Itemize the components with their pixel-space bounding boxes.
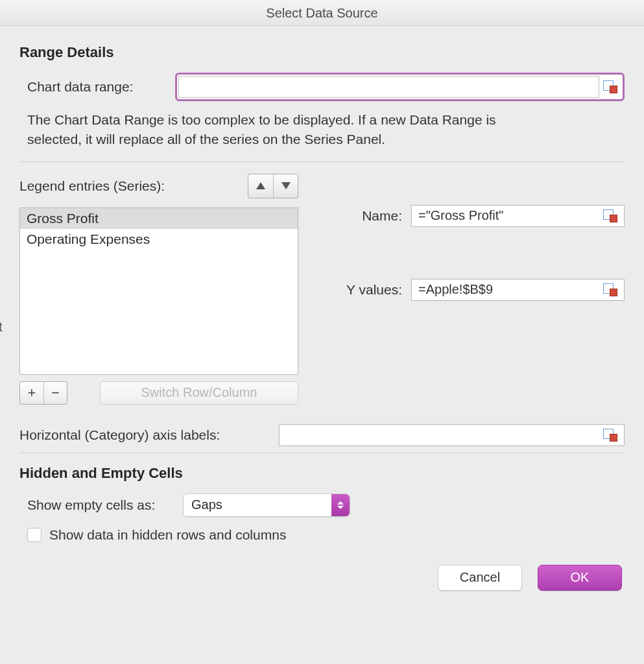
chart-data-range-input[interactable] <box>178 76 599 98</box>
series-list[interactable]: Gross Profit Operating Expenses <box>19 208 298 375</box>
series-name-input[interactable] <box>417 208 599 224</box>
arrow-down-icon <box>281 182 291 189</box>
chart-data-range-help: The Chart Data Range is too complex to b… <box>19 110 519 150</box>
series-name-label: Name: <box>331 208 402 224</box>
truncated-edge-text: t <box>0 320 3 335</box>
series-yvalues-label: Y values: <box>331 282 402 298</box>
legend-entries-label: Legend entries (Series): <box>19 178 248 194</box>
hidden-empty-heading: Hidden and Empty Cells <box>19 465 625 482</box>
series-yvalues-field[interactable] <box>411 279 625 301</box>
add-series-button[interactable]: + <box>20 382 43 404</box>
range-picker-icon[interactable] <box>603 80 617 93</box>
cancel-button[interactable]: Cancel <box>438 565 522 591</box>
range-details-heading: Range Details <box>19 44 625 61</box>
chart-data-range-field[interactable] <box>175 73 625 101</box>
list-item[interactable]: Gross Profit <box>20 208 298 229</box>
show-empty-cells-value: Gaps <box>191 497 222 512</box>
arrow-up-icon <box>256 182 265 189</box>
select-stepper-icon <box>331 494 350 516</box>
series-name-field[interactable] <box>411 205 625 227</box>
chart-data-range-label: Chart data range: <box>19 79 175 95</box>
range-picker-icon[interactable] <box>603 209 617 222</box>
separator <box>19 161 625 162</box>
series-yvalues-input[interactable] <box>417 281 599 298</box>
series-reorder-group <box>248 174 298 198</box>
series-move-up-button[interactable] <box>248 174 273 198</box>
show-hidden-data-label: Show data in hidden rows and columns <box>49 527 286 543</box>
series-add-remove-group: + − <box>19 381 67 405</box>
show-hidden-data-checkbox[interactable] <box>27 528 42 542</box>
ok-button[interactable]: OK <box>538 565 622 591</box>
list-item[interactable]: Operating Expenses <box>20 229 298 250</box>
switch-row-column-button: Switch Row/Column <box>100 381 298 405</box>
horizontal-axis-labels-label: Horizontal (Category) axis labels: <box>19 427 279 443</box>
horizontal-axis-labels-input[interactable] <box>285 427 599 443</box>
range-picker-icon[interactable] <box>603 283 617 296</box>
horizontal-axis-labels-field[interactable] <box>279 424 625 446</box>
range-picker-icon[interactable] <box>603 429 617 442</box>
series-move-down-button[interactable] <box>273 174 298 198</box>
remove-series-button[interactable]: − <box>43 382 67 404</box>
separator <box>19 453 625 453</box>
dialog-title: Select Data Source <box>0 0 644 26</box>
show-empty-cells-label: Show empty cells as: <box>27 497 183 513</box>
show-empty-cells-select[interactable]: Gaps <box>183 493 350 517</box>
